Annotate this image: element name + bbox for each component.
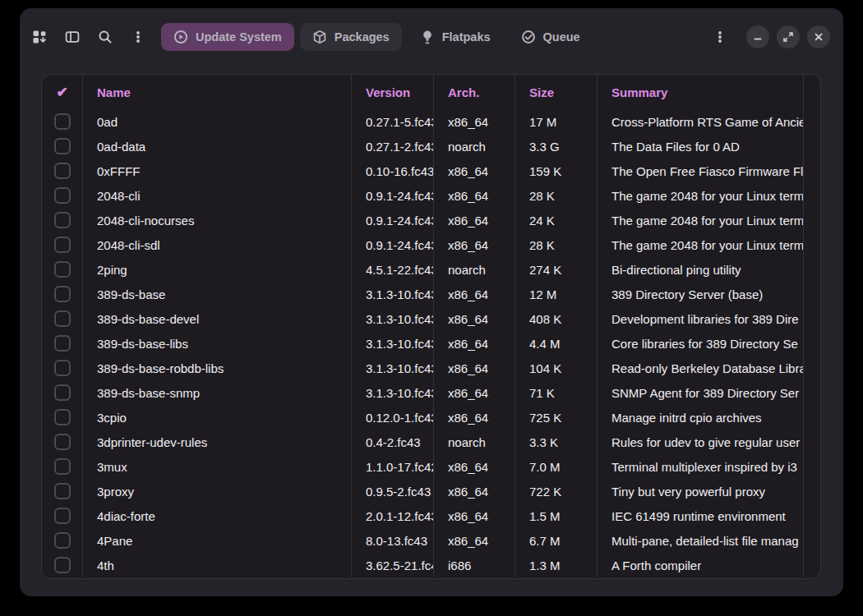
cell-gutter: [804, 159, 820, 183]
search-button[interactable]: [89, 22, 122, 52]
cell-version: 0.4-2.fc43: [352, 430, 434, 454]
cell-version: 8.0-13.fc43: [352, 528, 434, 553]
row-checkbox-cell: [42, 430, 83, 454]
row-checkbox-cell: [42, 356, 83, 380]
row-checkbox[interactable]: [54, 163, 71, 179]
package-box-icon: [312, 30, 327, 44]
row-checkbox-cell: [42, 454, 83, 479]
cell-gutter: [804, 380, 820, 405]
app-grid-updates-button[interactable]: [23, 22, 56, 52]
row-checkbox[interactable]: [54, 286, 71, 302]
cell-name: 389-ds-base-robdb-libs: [83, 356, 352, 380]
row-checkbox[interactable]: [54, 310, 71, 327]
cell-arch: noarch: [434, 257, 515, 282]
row-checkbox[interactable]: [54, 434, 71, 450]
cell-gutter: [804, 356, 820, 380]
row-checkbox[interactable]: [54, 261, 71, 278]
table-row[interactable]: 2048-cli-nocurses 0.9.1-24.fc43 x86_64 2…: [42, 208, 820, 232]
cell-size: 1.3 M: [515, 553, 598, 577]
tab-update-system[interactable]: Update System: [161, 23, 294, 51]
table-row[interactable]: 3dprinter-udev-rules 0.4-2.fc43 noarch 3…: [42, 430, 820, 454]
row-checkbox[interactable]: [54, 187, 71, 204]
cell-name: 4Pane: [83, 528, 352, 553]
row-checkbox[interactable]: [54, 458, 71, 475]
maximize-button[interactable]: [777, 25, 800, 48]
check-circle-icon: [521, 30, 536, 44]
cell-name: 3cpio: [83, 405, 352, 430]
cell-summary: The game 2048 for your Linux term: [598, 232, 804, 257]
row-checkbox[interactable]: [54, 508, 71, 524]
table-row[interactable]: 2048-cli 0.9.1-24.fc43 x86_64 28 K The g…: [42, 183, 820, 208]
cell-gutter: [804, 503, 820, 528]
row-checkbox-cell: [42, 479, 83, 503]
table-row[interactable]: 389-ds-base-devel 3.1.3-10.fc43 x86_64 4…: [42, 306, 820, 331]
row-checkbox[interactable]: [54, 557, 71, 573]
table-row[interactable]: 0xFFFF 0.10-16.fc43 x86_64 159 K The Ope…: [42, 159, 820, 183]
table-row[interactable]: 389-ds-base-robdb-libs 3.1.3-10.fc43 x86…: [42, 356, 820, 380]
tab-packages[interactable]: Packages: [300, 23, 402, 51]
row-checkbox-cell: [42, 208, 83, 232]
cell-size: 17 M: [515, 109, 598, 134]
row-checkbox[interactable]: [54, 335, 71, 352]
cell-size: 722 K: [515, 479, 598, 503]
table-row[interactable]: 4th 3.62.5-21.fc4 i686 1.3 M A Forth com…: [42, 553, 820, 577]
cell-summary: Cross-Platform RTS Game of Ancie: [598, 109, 804, 134]
table-row[interactable]: 389-ds-base 3.1.3-10.fc43 x86_64 12 M 38…: [42, 282, 820, 306]
desktop: { "app": { "kind": "package-manager-wind…: [0, 0, 863, 616]
row-checkbox[interactable]: [54, 532, 71, 549]
table-row[interactable]: 3cpio 0.12.0-1.fc43 x86_64 725 K Manage …: [42, 405, 820, 430]
row-checkbox[interactable]: [54, 409, 71, 425]
cell-arch: x86_64: [434, 183, 515, 208]
sidebar-toggle-button[interactable]: [56, 22, 89, 52]
tab-queue[interactable]: Queue: [509, 23, 593, 51]
cell-version: 0.9.1-24.fc43: [352, 208, 434, 232]
table-row[interactable]: 0ad-data 0.27.1-2.fc43 noarch 3.3 G The …: [42, 134, 820, 159]
cell-gutter: [804, 479, 820, 503]
table-row[interactable]: 389-ds-base-snmp 3.1.3-10.fc43 x86_64 71…: [42, 380, 820, 405]
cell-version: 0.10-16.fc43: [352, 159, 434, 183]
tab-flatpaks[interactable]: Flatpaks: [408, 23, 503, 51]
table-row[interactable]: 3proxy 0.9.5-2.fc43 x86_64 722 K Tiny bu…: [42, 479, 820, 503]
cell-name: 389-ds-base: [83, 282, 352, 306]
cell-version: 4.5.1-22.fc43: [352, 257, 434, 282]
row-checkbox[interactable]: [54, 384, 71, 401]
table-row[interactable]: 3mux 1.1.0-17.fc42 x86_64 7.0 M Terminal…: [42, 454, 820, 479]
row-checkbox[interactable]: [54, 138, 71, 154]
row-checkbox-cell: [42, 257, 83, 282]
cell-version: 3.1.3-10.fc43: [352, 282, 434, 306]
row-checkbox[interactable]: [54, 113, 71, 130]
cell-summary: Terminal multiplexer inspired by i3: [598, 454, 804, 479]
table-row[interactable]: 2048-cli-sdl 0.9.1-24.fc43 x86_64 28 K T…: [42, 232, 820, 257]
cell-arch: x86_64: [434, 306, 515, 331]
minimize-button[interactable]: [746, 25, 769, 48]
table-row[interactable]: 389-ds-base-libs 3.1.3-10.fc43 x86_64 4.…: [42, 331, 820, 356]
cell-version: 0.9.1-24.fc43: [352, 232, 434, 257]
table-body: 0ad 0.27.1-5.fc43 x86_64 17 M Cross-Plat…: [42, 109, 820, 577]
row-checkbox[interactable]: [54, 237, 71, 253]
cell-arch: x86_64: [434, 208, 515, 232]
table-row[interactable]: 4diac-forte 2.0.1-12.fc43 x86_64 1.5 M I…: [42, 503, 820, 528]
column-header-arch[interactable]: Arch.: [434, 75, 515, 109]
row-checkbox-cell: [42, 553, 83, 577]
column-header-size[interactable]: Size: [515, 75, 598, 109]
column-header-summary[interactable]: Summary: [598, 75, 804, 109]
column-header-version[interactable]: Version: [352, 75, 434, 109]
row-checkbox[interactable]: [54, 483, 71, 499]
primary-menu-button[interactable]: [122, 22, 155, 52]
cell-size: 6.7 M: [515, 528, 598, 553]
close-button[interactable]: [807, 25, 830, 48]
table-row[interactable]: 4Pane 8.0-13.fc43 x86_64 6.7 M Multi-pan…: [42, 528, 820, 553]
secondary-menu-button[interactable]: [704, 22, 736, 52]
table-row[interactable]: 2ping 4.5.1-22.fc43 noarch 274 K Bi-dire…: [42, 257, 820, 282]
row-checkbox[interactable]: [54, 360, 71, 376]
cell-gutter: [804, 454, 820, 479]
cell-size: 3.3 K: [515, 430, 598, 454]
cell-name: 0ad: [83, 109, 352, 134]
column-header-name[interactable]: Name: [83, 75, 352, 109]
cell-summary: IEC 61499 runtime environment: [598, 503, 804, 528]
cell-arch: x86_64: [434, 331, 515, 356]
row-checkbox[interactable]: [54, 212, 71, 228]
select-all-column-header[interactable]: ✔: [42, 75, 83, 109]
cell-arch: x86_64: [434, 232, 515, 257]
table-row[interactable]: 0ad 0.27.1-5.fc43 x86_64 17 M Cross-Plat…: [42, 109, 820, 134]
